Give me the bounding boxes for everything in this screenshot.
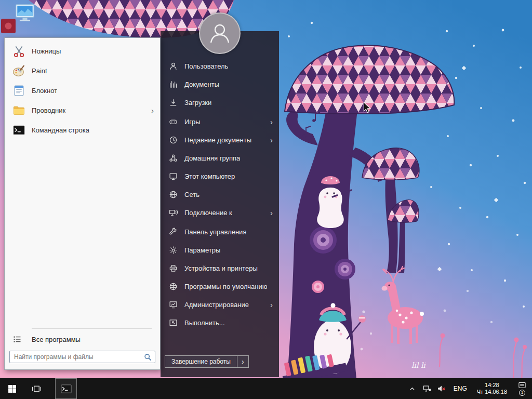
homegroup-icon xyxy=(169,154,178,163)
snipping-tool-icon xyxy=(12,44,25,58)
computer-icon xyxy=(14,3,36,24)
start-left-divider xyxy=(32,328,152,329)
all-programs-icon xyxy=(12,334,22,344)
all-programs-label: Все программы xyxy=(32,336,81,343)
avatar-person-icon xyxy=(205,19,234,48)
start-item-label: Домашняя группа xyxy=(184,154,240,162)
submenu-arrow-icon: › xyxy=(270,136,273,144)
start-app-explorer[interactable]: Проводник › xyxy=(5,100,160,120)
start-item-user[interactable]: Пользователь xyxy=(161,57,279,75)
cmd-icon xyxy=(12,123,25,137)
start-item-devices-printers[interactable]: Устройства и принтеры xyxy=(161,259,279,277)
monitor-icon xyxy=(169,172,178,181)
search-input[interactable] xyxy=(14,353,144,361)
start-app-label: Командная строка xyxy=(32,126,89,134)
start-app-label: Paint xyxy=(32,67,47,75)
start-item-label: Администрирование xyxy=(184,301,249,309)
desktop-icon-computer[interactable] xyxy=(14,3,36,29)
taskbar-app-cmd[interactable] xyxy=(55,378,77,399)
submenu-arrow-icon: › xyxy=(270,301,273,309)
notification-icon xyxy=(518,381,526,389)
start-item-recent-documents[interactable]: Недавние документы › xyxy=(161,131,279,149)
start-app-label: Ножницы xyxy=(32,47,61,55)
wallpaper-signature: lil li xyxy=(411,361,426,369)
user-avatar[interactable] xyxy=(199,12,241,54)
start-item-label: Параметры xyxy=(184,246,220,254)
volume-muted-icon xyxy=(437,384,446,393)
shutdown-row: Завершение работы › xyxy=(165,355,249,368)
language-indicator[interactable]: ENG xyxy=(450,385,471,392)
desktop-icon-app[interactable] xyxy=(1,19,16,33)
folder-icon xyxy=(12,103,25,117)
clock-icon xyxy=(169,136,178,144)
start-menu-left-panel: Ножницы Paint Блокнот Проводник › xyxy=(4,37,161,370)
start-item-control-panel[interactable]: Панель управления xyxy=(161,223,279,241)
chevron-up-icon xyxy=(409,387,415,391)
start-item-label: Документы xyxy=(184,81,219,88)
tray-volume[interactable] xyxy=(435,378,448,399)
clock-time: 14:28 xyxy=(477,382,507,389)
search-icon[interactable] xyxy=(144,353,152,361)
start-right-items: Пользователь Документы Загрузки Игры › Н… xyxy=(161,31,279,332)
start-item-documents[interactable]: Документы xyxy=(161,75,279,94)
start-item-connect-to[interactable]: Подключение к › xyxy=(161,204,279,222)
clock-date: Чт 14.06.18 xyxy=(477,389,507,395)
notification-badge: 1 xyxy=(519,390,525,396)
games-icon xyxy=(169,117,178,126)
run-icon xyxy=(169,318,178,327)
start-search-box xyxy=(9,351,155,363)
desktop: lil li Ножницы Paint xyxy=(0,0,532,399)
all-programs-button[interactable]: Все программы xyxy=(5,331,160,348)
task-view-icon xyxy=(32,384,42,393)
start-item-label: Игры xyxy=(184,118,201,126)
shutdown-button[interactable]: Завершение работы xyxy=(165,355,237,368)
shutdown-label: Завершение работы xyxy=(171,358,231,365)
gear-icon xyxy=(169,246,178,255)
connect-icon xyxy=(169,208,178,217)
system-tray: ENG 14:28 Чт 14.06.18 1 xyxy=(406,378,532,399)
network-icon xyxy=(423,384,431,393)
start-item-network[interactable]: Сеть xyxy=(161,185,279,204)
start-item-label: Загрузки xyxy=(184,99,211,107)
start-item-this-pc[interactable]: Этот компьютер xyxy=(161,167,279,185)
user-icon xyxy=(169,62,178,71)
windows-logo-icon xyxy=(8,384,17,393)
start-app-cmd[interactable]: Командная строка xyxy=(5,120,160,140)
start-button[interactable] xyxy=(0,378,24,399)
start-app-notepad[interactable]: Блокнот xyxy=(5,81,160,100)
start-item-label: Подключение к xyxy=(184,209,232,217)
start-item-downloads[interactable]: Загрузки xyxy=(161,94,279,112)
start-item-run[interactable]: Выполнить... xyxy=(161,314,279,332)
globe-icon xyxy=(169,190,178,199)
shutdown-options-arrow[interactable]: › xyxy=(237,355,249,368)
start-item-label: Недавние документы xyxy=(184,136,251,144)
start-app-snipping-tool[interactable]: Ножницы xyxy=(5,41,160,61)
task-view-button[interactable] xyxy=(24,378,49,399)
admin-tools-icon xyxy=(169,300,178,309)
tray-expand-button[interactable] xyxy=(406,378,419,399)
submenu-arrow-icon: › xyxy=(270,118,273,126)
start-item-default-programs[interactable]: Программы по умолчанию xyxy=(161,277,279,296)
submenu-arrow-icon: › xyxy=(151,107,154,114)
start-app-label: Проводник xyxy=(32,107,65,114)
start-item-label: Панель управления xyxy=(184,228,246,236)
start-item-settings[interactable]: Параметры xyxy=(161,241,279,259)
start-app-paint[interactable]: Paint xyxy=(5,61,160,81)
printer-icon xyxy=(169,264,178,273)
start-menu-right-panel: Пользователь Документы Загрузки Игры › Н… xyxy=(161,31,279,377)
start-item-label: Этот компьютер xyxy=(184,172,235,180)
default-programs-icon xyxy=(169,282,178,291)
taskbar: ENG 14:28 Чт 14.06.18 1 xyxy=(0,378,532,399)
notification-center-button[interactable]: 1 xyxy=(513,378,531,399)
start-item-homegroup[interactable]: Домашняя группа xyxy=(161,149,279,167)
notepad-icon xyxy=(12,84,25,97)
paint-icon xyxy=(12,64,25,77)
start-item-administration[interactable]: Администрирование › xyxy=(161,296,279,314)
app-red-icon xyxy=(1,19,16,33)
tray-network[interactable] xyxy=(421,378,433,399)
start-item-label: Сеть xyxy=(184,191,200,198)
clock[interactable]: 14:28 Чт 14.06.18 xyxy=(473,382,511,395)
shutdown-arrow-icon: › xyxy=(242,357,244,366)
start-item-label: Устройства и принтеры xyxy=(184,264,258,272)
start-item-games[interactable]: Игры › xyxy=(161,113,279,131)
